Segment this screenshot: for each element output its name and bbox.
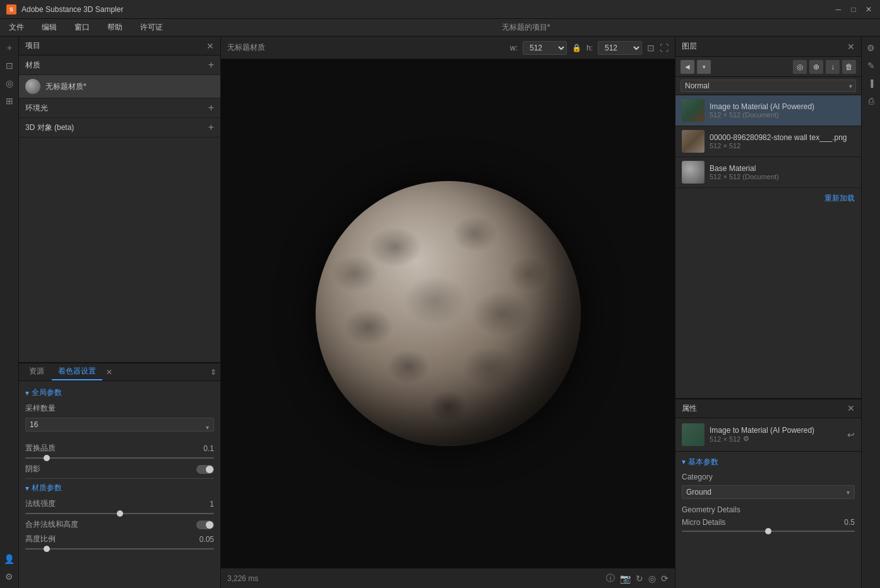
left-bottom-panel: 资源 着色器设置 ✕ ⇕ ▾ 全局参数 采样数量 16 (19, 362, 220, 588)
3d-object-section-header[interactable]: 3D 对象 (beta) + (19, 118, 220, 138)
close-button[interactable]: ✕ (864, 4, 874, 15)
add-icon[interactable]: ＋ (2, 40, 17, 56)
environment-label: 环境光 (25, 103, 48, 114)
layer-export-button[interactable]: ↓ (826, 60, 840, 74)
category-select[interactable]: Ground Rock Wood Metal Fabric (682, 485, 855, 499)
reset-view-button[interactable]: ⟳ (661, 573, 669, 584)
camera-button[interactable]: 📷 (620, 573, 631, 584)
viewport-toolbar: 无标题材质 w: 512 256 1024 2048 🔒 h: 512 256 … (221, 37, 675, 59)
height-ratio-slider-container (25, 548, 214, 550)
3d-object-label: 3D 对象 (beta) (25, 122, 74, 133)
project-header: 项目 ✕ (19, 37, 220, 56)
right-pen-icon[interactable]: ✎ (864, 58, 879, 73)
layer-delete-button[interactable]: 🗑 (842, 60, 856, 74)
layer-back-dropdown[interactable]: ▾ (697, 60, 711, 74)
right-share-icon[interactable]: ⎙ (864, 93, 879, 109)
toggle-knob (206, 466, 213, 473)
layer-meta-stone: 512 × 512 (710, 142, 855, 150)
merge-normal-toggle[interactable] (196, 520, 214, 529)
right-paint-icon[interactable]: ▐ (864, 76, 879, 91)
material-params-header[interactable]: ▾ 材质参数 (25, 483, 214, 493)
geometry-details-row: Geometry Details (682, 505, 855, 514)
tab-shader-settings[interactable]: 着色器设置 (52, 363, 102, 380)
material-icon[interactable]: ◎ (2, 76, 17, 91)
props-gear-icon[interactable]: ⚙ (743, 435, 749, 443)
add-material-button[interactable]: + (208, 59, 214, 71)
viewport-canvas[interactable] (221, 59, 675, 568)
tab-assets[interactable]: 资源 (23, 363, 51, 380)
props-undo-button[interactable]: ↩ (847, 430, 855, 440)
fullscreen-button[interactable]: ⛶ (660, 43, 669, 53)
menu-license[interactable]: 许可证 (136, 21, 167, 34)
materials-section-header[interactable]: 材质 + (19, 56, 220, 75)
project-close-button[interactable]: ✕ (206, 41, 214, 51)
maximize-button[interactable]: □ (848, 4, 859, 15)
transform-icon[interactable]: ⊞ (2, 93, 17, 109)
global-params-label: 全局参数 (32, 387, 62, 398)
width-select[interactable]: 512 256 1024 2048 (523, 41, 567, 55)
menu-file[interactable]: 文件 (5, 21, 28, 34)
sample-count-select[interactable]: 16 8 32 64 (25, 418, 214, 432)
reload-link[interactable]: 重新加载 (675, 188, 861, 209)
screenshot-button[interactable]: ⊡ (647, 43, 655, 53)
add-3d-object-button[interactable]: + (208, 122, 214, 133)
menu-window[interactable]: 窗口 (71, 21, 93, 34)
menu-edit[interactable]: 编辑 (38, 21, 61, 34)
props-close-button[interactable]: ✕ (847, 403, 855, 413)
viewport-material-label: 无标题材质 (227, 42, 265, 53)
right-panel: 图层 ✕ ◄ ▾ ◎ ⊕ ↓ 🗑 Normal Multiply Screen … (675, 37, 861, 588)
height-ratio-slider[interactable] (25, 548, 214, 550)
minimize-button[interactable]: ─ (833, 4, 843, 15)
global-params-header[interactable]: ▾ 全局参数 (25, 387, 214, 398)
params-section: ▾ 全局参数 采样数量 16 8 32 64 ▾ 置换品质 (19, 381, 220, 588)
micro-details-value: 0.5 (844, 518, 855, 527)
collapse-icon-material: ▾ (25, 484, 29, 493)
blend-mode-select[interactable]: Normal Multiply Screen Overlay (681, 79, 856, 92)
layer-item-stone[interactable]: 00000-896280982-stone wall tex___.png 51… (675, 126, 861, 157)
panel-collapse-button[interactable]: ⇕ (210, 368, 217, 377)
right-icon-bar: ⚙ ✎ ▐ ⎙ (861, 37, 880, 588)
material-name: 无标题材质* (45, 81, 86, 92)
layer-visibility-button[interactable]: ◎ (793, 60, 807, 74)
displacement-slider[interactable] (25, 457, 214, 459)
menu-help[interactable]: 帮助 (104, 21, 126, 34)
rotate-button[interactable]: ↻ (636, 573, 643, 584)
menu-bar: 文件 编辑 窗口 帮助 许可证 无标题的项目* (0, 19, 880, 37)
props-panel: 属性 ✕ Image to Material (AI Powered) 512 … (675, 398, 861, 589)
normal-strength-slider-container (25, 513, 214, 514)
layer-item-ai[interactable]: Image to Material (AI Powered) 512 × 512… (675, 95, 861, 126)
layers-header: 图层 ✕ (675, 37, 861, 57)
material-item[interactable]: 无标题材质* (19, 75, 220, 98)
app-icon: S (6, 4, 16, 15)
environment-section-header[interactable]: 环境光 + (19, 98, 220, 118)
props-item-header: Image to Material (AI Powered) 512 × 512… (675, 418, 861, 452)
normal-strength-slider[interactable] (25, 513, 214, 514)
layer-item-base[interactable]: Base Material 512 × 512 (Document) (675, 157, 861, 188)
merge-normal-label: 合并法线和高度 (25, 519, 78, 530)
user-icon[interactable]: 👤 (2, 551, 17, 567)
grid-button[interactable]: ◎ (648, 573, 656, 584)
micro-details-slider[interactable] (682, 531, 855, 532)
tab-close-button[interactable]: ✕ (106, 368, 112, 377)
info-button[interactable]: ⓘ (606, 573, 615, 584)
shadow-toggle[interactable] (196, 465, 214, 474)
layers-icon[interactable]: ⊡ (2, 58, 17, 73)
blend-mode-wrapper: Normal Multiply Screen Overlay ▾ (681, 79, 856, 92)
height-ratio-label: 高度比例 (25, 534, 56, 544)
width-label: w: (510, 44, 518, 52)
layer-meta-ai: 512 × 512 (Document) (710, 111, 855, 119)
separator-1 (25, 478, 214, 479)
viewport: 无标题材质 w: 512 256 1024 2048 🔒 h: 512 256 … (221, 37, 675, 588)
basic-params-header[interactable]: ▾ 基本参数 (682, 457, 855, 467)
settings-icon[interactable]: ⚙ (2, 569, 17, 584)
window-controls[interactable]: ─ □ ✕ (833, 4, 874, 15)
micro-details-slider-container (682, 531, 855, 532)
right-settings-icon[interactable]: ⚙ (864, 40, 879, 56)
layers-close-button[interactable]: ✕ (847, 42, 855, 52)
props-content: ▾ 基本参数 Category Ground Rock Wood Metal F… (675, 452, 861, 589)
materials-label: 材质 (25, 60, 40, 71)
layer-invert-button[interactable]: ⊕ (809, 60, 823, 74)
add-environment-button[interactable]: + (208, 102, 214, 114)
layer-back-button[interactable]: ◄ (681, 60, 694, 74)
height-select[interactable]: 512 256 1024 2048 (598, 41, 642, 55)
